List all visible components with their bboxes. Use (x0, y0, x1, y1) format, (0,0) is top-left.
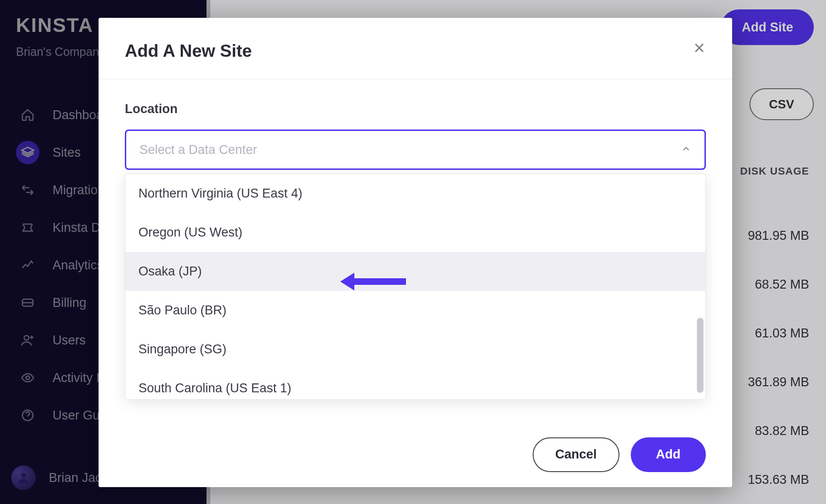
layers-icon (16, 141, 39, 164)
sidebar-item-label: Billing (53, 296, 86, 310)
dd-option[interactable]: South Carolina (US East 1) (125, 369, 705, 399)
chevron-up-icon (681, 144, 691, 156)
avatar (11, 466, 36, 490)
home-icon (16, 103, 39, 127)
app-root: KINSTA Brian's Company Dashboard Sites M… (0, 0, 826, 504)
dropdown-list[interactable]: Northern Virginia (US East 4) Oregon (US… (125, 174, 705, 399)
dd-option[interactable]: Singapore (SG) (125, 330, 705, 369)
help-icon (16, 404, 39, 427)
sidebar-item-label: Analytics (53, 258, 103, 273)
scroll-thumb[interactable] (697, 318, 704, 393)
location-label: Location (125, 102, 706, 116)
dd-option[interactable]: Northern Virginia (US East 4) (125, 174, 705, 213)
svg-point-4 (21, 473, 26, 478)
dd-option[interactable]: São Paulo (BR) (125, 291, 705, 330)
close-icon[interactable] (693, 41, 706, 56)
dropdown-scrollbar[interactable] (697, 177, 704, 397)
data-center-dropdown: Northern Virginia (US East 4) Oregon (US… (125, 174, 706, 400)
sidebar-item-label: Users (53, 333, 86, 348)
add-site-modal: Add A New Site Location Select a Data Ce… (99, 18, 732, 487)
analytics-icon (16, 253, 39, 277)
dd-option-highlight[interactable]: Osaka (JP) (125, 252, 705, 291)
svg-point-1 (24, 336, 29, 340)
eye-icon (16, 366, 39, 389)
billing-icon (16, 291, 39, 314)
data-center-select[interactable]: Select a Data Center (125, 130, 706, 170)
cancel-button[interactable]: Cancel (533, 437, 620, 472)
modal-footer: Cancel Add (99, 421, 732, 487)
modal-title: Add A New Site (125, 41, 252, 61)
select-placeholder: Select a Data Center (139, 143, 257, 157)
dns-icon (16, 216, 39, 239)
dd-option[interactable]: Oregon (US West) (125, 213, 705, 252)
add-button[interactable]: Add (631, 437, 706, 472)
modal-body: Location Select a Data Center Northern V… (99, 79, 732, 421)
modal-header: Add A New Site (99, 18, 732, 79)
migrate-icon (16, 178, 39, 202)
users-icon (16, 328, 39, 352)
sidebar-item-label: Sites (53, 145, 81, 160)
svg-point-2 (26, 376, 30, 380)
